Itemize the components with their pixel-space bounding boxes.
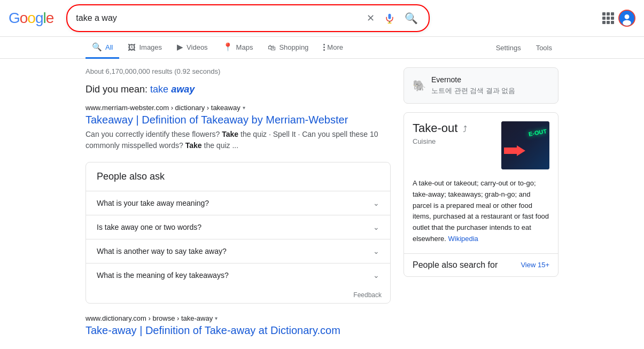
share-icon[interactable]: ⤴	[463, 125, 467, 134]
settings-button[interactable]: Settings	[490, 38, 527, 57]
clear-button[interactable]	[364, 10, 377, 26]
tab-more[interactable]: More	[317, 38, 350, 58]
nav-tabs: 🔍 All 🖼 Images ▶ Videos 📍 Maps 🛍 Shoppin…	[0, 37, 644, 59]
header-right	[602, 10, 635, 27]
results-count: About 6,170,000,000 results (0.92 second…	[86, 67, 391, 75]
result-snippet-1: Can you correctly identify these flowers…	[86, 129, 391, 151]
sidebar: 🐘 Evernote 노트에 관련 검색 결과 없음 Take-out ⤴ Cu…	[404, 67, 558, 348]
arrow-decoration	[504, 145, 525, 156]
voice-search-button[interactable]	[382, 11, 397, 26]
chevron-down-icon-2: ⌄	[373, 223, 379, 231]
tab-videos[interactable]: ▶ Videos	[170, 37, 214, 59]
url-dropdown-icon-2[interactable]: ▾	[215, 315, 218, 321]
knowledge-subtitle: Cuisine	[413, 137, 467, 145]
pasa-header: People also search for View 15+	[413, 260, 549, 270]
paa-item-2[interactable]: Is take away one or two words? ⌄	[86, 215, 390, 239]
chevron-down-icon-4: ⌄	[373, 271, 379, 280]
tab-shopping[interactable]: 🛍 Shopping	[261, 37, 315, 59]
search-input[interactable]	[76, 13, 360, 23]
people-also-ask-box: People also ask What is your take away m…	[86, 162, 391, 304]
result-item-2: www.dictionary.com › browse › take-away …	[86, 314, 391, 337]
svg-point-4	[625, 14, 630, 19]
pasa-title: People also search for	[413, 260, 498, 270]
result-url-1: www.merriam-webster.com › dictionary › t…	[86, 104, 391, 112]
paa-item-1[interactable]: What is your take away meaning? ⌄	[86, 191, 390, 215]
maps-icon: 📍	[223, 42, 233, 52]
main-content: About 6,170,000,000 results (0.92 second…	[0, 59, 644, 348]
search-icon: 🔍	[405, 12, 418, 25]
avatar[interactable]	[618, 10, 635, 27]
header: Google 🔍	[0, 0, 644, 37]
apps-grid-icon[interactable]	[602, 12, 614, 24]
paa-item-3[interactable]: What is another way to say take away? ⌄	[86, 239, 390, 263]
images-icon: 🖼	[128, 43, 136, 52]
paa-question-4: What is the meaning of key takeaways?	[97, 271, 229, 280]
did-you-mean-link[interactable]: take away	[150, 84, 195, 95]
view-more-link[interactable]: View 15+	[521, 261, 549, 269]
svg-rect-0	[389, 14, 391, 19]
feedback-link[interactable]: Feedback	[86, 287, 390, 303]
chevron-down-icon-3: ⌄	[373, 247, 379, 255]
knowledge-title: Take-out	[413, 121, 457, 135]
evernote-label: Evernote	[431, 75, 515, 84]
people-also-search-section: People also search for View 15+	[404, 253, 558, 276]
did-you-mean: Did you mean: take away	[86, 84, 391, 95]
url-dropdown-icon[interactable]: ▾	[243, 105, 245, 111]
knowledge-description: A take-out or takeout; carry-out or to-g…	[404, 178, 558, 253]
search-icon-area: 🔍	[364, 10, 420, 27]
result-title-2[interactable]: Take-away | Definition of Take-away at D…	[86, 323, 391, 337]
mic-icon	[384, 13, 395, 24]
more-dots-icon	[323, 44, 325, 51]
knowledge-panel: Take-out ⤴ Cuisine E-OUT A take-out or t…	[404, 112, 558, 277]
paa-question-2: Is take away one or two words?	[97, 223, 201, 231]
wikipedia-link[interactable]: Wikipedia	[448, 235, 478, 243]
evernote-subtext: 노트에 관련 검색 결과 없음	[431, 86, 515, 96]
search-bar[interactable]: 🔍	[66, 4, 430, 32]
evernote-panel: 🐘 Evernote 노트에 관련 검색 결과 없음	[404, 67, 558, 104]
result-url-2: www.dictionary.com › browse › take-away …	[86, 314, 391, 322]
tab-images[interactable]: 🖼 Images	[121, 37, 168, 59]
knowledge-header: Take-out ⤴ Cuisine E-OUT	[404, 113, 558, 178]
knowledge-image: E-OUT	[501, 121, 549, 169]
did-you-mean-label: Did you mean:	[86, 84, 148, 95]
svg-point-5	[623, 20, 631, 26]
neon-sign-text: E-OUT	[528, 128, 547, 138]
all-icon: 🔍	[92, 42, 102, 52]
paa-question-1: What is your take away meaning?	[97, 199, 209, 207]
search-results: About 6,170,000,000 results (0.92 second…	[86, 67, 391, 348]
google-logo: Google	[9, 10, 53, 27]
evernote-logo-icon: 🐘	[413, 79, 426, 92]
paa-item-4[interactable]: What is the meaning of key takeaways? ⌄	[86, 263, 390, 287]
search-button[interactable]: 🔍	[402, 10, 420, 27]
paa-title: People also ask	[86, 162, 390, 191]
shopping-icon: 🛍	[268, 43, 276, 52]
chevron-down-icon: ⌄	[373, 199, 379, 207]
close-icon	[367, 12, 375, 24]
tools-button[interactable]: Tools	[530, 38, 558, 57]
paa-question-3: What is another way to say take away?	[97, 247, 227, 255]
result-title-1[interactable]: Takeaway | Definition of Takeaway by Mer…	[86, 113, 391, 127]
videos-icon: ▶	[177, 42, 183, 52]
result-item-1: www.merriam-webster.com › dictionary › t…	[86, 104, 391, 151]
tab-all[interactable]: 🔍 All	[86, 37, 119, 59]
tab-maps[interactable]: 📍 Maps	[216, 37, 260, 59]
